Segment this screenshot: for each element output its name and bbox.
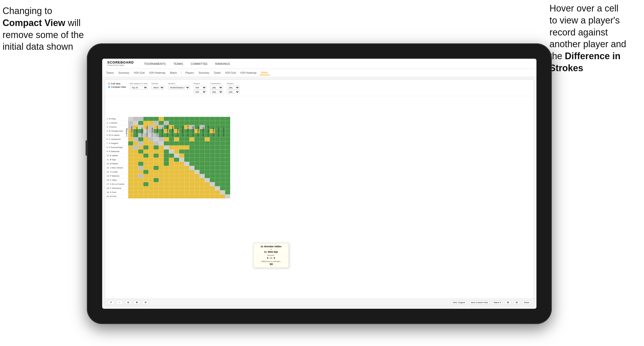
matrix-cell[interactable] xyxy=(164,170,169,174)
matrix-cell[interactable] xyxy=(159,141,164,145)
matrix-cell[interactable] xyxy=(154,178,159,182)
matrix-cell[interactable] xyxy=(225,129,230,133)
matrix-cell[interactable] xyxy=(164,150,169,154)
matrix-cell[interactable] xyxy=(205,194,210,199)
matrix-cell[interactable] xyxy=(159,174,164,178)
matrix-cell[interactable] xyxy=(138,182,143,186)
matrix-cell[interactable] xyxy=(189,194,194,199)
matrix-cell[interactable] xyxy=(154,186,159,190)
matrix-cell[interactable] xyxy=(215,162,220,166)
matrix-cell[interactable] xyxy=(215,141,220,145)
subnav-teams[interactable]: Teams xyxy=(105,71,115,75)
matrix-cell[interactable] xyxy=(133,166,138,170)
matrix-cell[interactable] xyxy=(200,182,205,186)
matrix-cell[interactable] xyxy=(169,170,174,174)
matrix-cell[interactable] xyxy=(225,125,230,129)
matrix-cell[interactable] xyxy=(200,158,205,162)
matrix-cell[interactable] xyxy=(174,186,179,190)
conference-select1[interactable]: (All) xyxy=(210,86,223,90)
matrix-cell[interactable] xyxy=(189,150,194,154)
matrix-cell[interactable] xyxy=(225,162,230,166)
matrix-cell[interactable] xyxy=(148,190,154,194)
nav-committee[interactable]: COMMITTEE xyxy=(191,62,208,65)
matrix-cell[interactable] xyxy=(205,141,210,145)
matrix-cell[interactable] xyxy=(184,186,189,190)
matrix-cell[interactable] xyxy=(174,170,179,174)
matrix-cell[interactable] xyxy=(205,162,210,166)
matrix-cell[interactable] xyxy=(148,186,154,190)
matrix-cell[interactable] xyxy=(200,154,205,158)
matrix-cell[interactable] xyxy=(128,150,133,154)
matrix-cell[interactable] xyxy=(169,190,174,194)
matrix-cell[interactable] xyxy=(189,141,194,145)
matrix-cell[interactable] xyxy=(189,154,194,158)
matrix-cell[interactable] xyxy=(143,141,148,145)
matrix-cell[interactable] xyxy=(225,141,230,145)
matrix-cell[interactable] xyxy=(174,194,179,199)
matrix-cell[interactable] xyxy=(148,170,154,174)
matrix-cell[interactable] xyxy=(200,190,205,194)
matrix-cell[interactable] xyxy=(154,158,159,162)
matrix-cell[interactable] xyxy=(164,174,169,178)
matrix-cell[interactable] xyxy=(215,166,220,170)
matrix-cell[interactable] xyxy=(194,170,200,174)
matrix-cell[interactable] xyxy=(138,162,143,166)
matrix-cell[interactable] xyxy=(179,158,184,162)
region-select2[interactable]: N/A xyxy=(194,90,206,94)
matrix-cell[interactable] xyxy=(189,178,194,182)
matrix-cell[interactable] xyxy=(159,166,164,170)
matrix-cell[interactable] xyxy=(194,166,200,170)
subnav-matrix2[interactable]: Matrix xyxy=(260,70,270,75)
matrix-cell[interactable] xyxy=(128,186,133,190)
matrix-cell[interactable] xyxy=(225,170,230,174)
matrix-cell[interactable] xyxy=(169,141,174,145)
matrix-cell[interactable] xyxy=(154,154,159,158)
matrix-cell[interactable] xyxy=(225,121,230,125)
matrix-cell[interactable] xyxy=(200,170,205,174)
matrix-cell[interactable] xyxy=(200,137,205,141)
matrix-cell[interactable] xyxy=(159,145,164,150)
matrix-cell[interactable] xyxy=(164,166,169,170)
gender-select[interactable]: Men's xyxy=(151,86,164,90)
matrix-cell[interactable] xyxy=(210,170,215,174)
matrix-cell[interactable] xyxy=(210,182,215,186)
matrix-cell[interactable] xyxy=(189,166,194,170)
matrix-cell[interactable] xyxy=(128,170,133,174)
matrix-cell[interactable] xyxy=(159,178,164,182)
matrix-cell[interactable] xyxy=(189,170,194,174)
matrix-cell[interactable] xyxy=(128,194,133,199)
matrix-cell[interactable] xyxy=(164,154,169,158)
matrix-cell[interactable] xyxy=(184,194,189,199)
matrix-cell[interactable] xyxy=(225,145,230,150)
matrix-cell[interactable] xyxy=(179,194,184,199)
subnav-matrix1[interactable]: Matrix xyxy=(168,71,178,75)
matrix-cell[interactable] xyxy=(143,170,148,174)
matrix-cell[interactable] xyxy=(169,162,174,166)
matrix-cell[interactable] xyxy=(174,141,179,145)
matrix-cell[interactable] xyxy=(164,145,169,150)
matrix-cell[interactable] xyxy=(184,154,189,158)
matrix-cell[interactable] xyxy=(200,186,205,190)
matrix-cell[interactable] xyxy=(215,145,220,150)
matrix-cell[interactable] xyxy=(159,182,164,186)
matrix-cell[interactable] xyxy=(159,154,164,158)
matrix-cell[interactable] xyxy=(225,194,230,199)
matrix-cell[interactable] xyxy=(133,154,138,158)
matrix-cell[interactable] xyxy=(179,145,184,150)
matrix-cell[interactable] xyxy=(225,166,230,170)
matrix-cell[interactable] xyxy=(225,182,230,186)
matrix-cell[interactable] xyxy=(174,150,179,154)
region-select1[interactable]: N/A xyxy=(194,86,206,90)
matrix-cell[interactable] xyxy=(154,174,159,178)
matrix-cell[interactable] xyxy=(133,170,138,174)
matrix-cell[interactable] xyxy=(225,174,230,178)
watch-button[interactable]: Watch ▾ xyxy=(492,301,503,304)
matrix-cell[interactable] xyxy=(215,190,220,194)
matrix-cell[interactable] xyxy=(133,137,138,141)
matrix-cell[interactable] xyxy=(200,166,205,170)
matrix-cell[interactable] xyxy=(225,154,230,158)
matrix-cell[interactable] xyxy=(215,150,220,154)
matrix-cell[interactable] xyxy=(210,166,215,170)
save-custom-button[interactable]: Save Custom View xyxy=(469,301,490,304)
matrix-cell[interactable] xyxy=(143,186,148,190)
